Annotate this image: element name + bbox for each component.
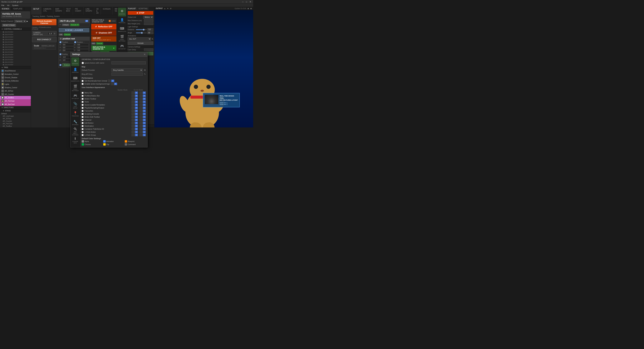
- ui-item-on[interactable]: ●: [135, 125, 138, 127]
- ui-item-checkbox[interactable]: [82, 95, 84, 97]
- collapse-button[interactable]: Collapse: [62, 24, 70, 26]
- anim-spinner[interactable]: ⇅: [152, 38, 153, 40]
- side-icon-gpi-setup[interactable]: 🎮GPI SETUP: [118, 42, 126, 51]
- ui-item-off2[interactable]: ○: [140, 98, 142, 100]
- ui-item-checkbox[interactable]: [82, 131, 84, 133]
- control-item[interactable]: placeholder: [0, 36, 31, 38]
- ui-item-checkbox[interactable]: [82, 113, 84, 115]
- close-button[interactable]: ✕: [249, 1, 252, 3]
- modal-side-icon-gpi-setup[interactable]: 🎮GPI SETUP: [71, 92, 79, 101]
- angle-input[interactable]: [148, 32, 153, 34]
- modal-side-icon-clip-setup[interactable]: 📎CLIP SETUP: [71, 101, 79, 110]
- ui-item-on[interactable]: ●: [135, 104, 138, 106]
- ui-item-off2[interactable]: ○: [140, 94, 142, 97]
- anim-select[interactable]: ALL OUT: [128, 38, 151, 40]
- tab-playlist[interactable]: PLAYLIST: [127, 7, 137, 10]
- bg-logo-on-toggle[interactable]: ●: [114, 83, 117, 85]
- menu-file[interactable]: File: [1, 4, 4, 6]
- bing-api-icon[interactable]: ✎: [144, 73, 146, 75]
- stop-button[interactable]: ■ STOP: [128, 11, 153, 15]
- modal-side-icon-license-info[interactable]: ℹLICENSE INFO: [71, 136, 79, 138]
- position-checkbox[interactable]: [60, 41, 61, 43]
- control-channels-header[interactable]: ▼ CONTROL CHANNELS: [0, 28, 31, 31]
- modal-close-button[interactable]: ✕: [144, 53, 146, 56]
- ui-item-checkbox[interactable]: [82, 107, 84, 109]
- cam-delay-input[interactable]: 3.5: [144, 48, 153, 51]
- ui-item-on2[interactable]: ●: [143, 107, 146, 109]
- tree-item[interactable]: 🔷AreaOfInterest: [0, 69, 31, 72]
- ui-item-checkbox[interactable]: [82, 92, 84, 94]
- tab-setup[interactable]: SETUP: [31, 7, 42, 15]
- ui-item-on[interactable]: ●: [135, 113, 138, 115]
- ui-item-off[interactable]: ○: [132, 134, 134, 136]
- control-item[interactable]: placeholder: [0, 31, 31, 33]
- thumbnail-off-toggle[interactable]: ○: [108, 80, 111, 82]
- max-distance-input[interactable]: 1000.0: [144, 19, 153, 22]
- ui-item-on2[interactable]: ●: [143, 98, 146, 100]
- tab-bar-graph[interactable]: BAR GRAPH: [53, 7, 64, 15]
- stage-child[interactable]: AR_PieChart: [0, 122, 31, 125]
- ui-item-on[interactable]: ●: [135, 131, 138, 133]
- ui-item-off2[interactable]: ○: [140, 122, 142, 124]
- ui-item-checkbox[interactable]: [82, 101, 84, 103]
- tree-item[interactable]: 💡Lights: [0, 82, 31, 86]
- animate-button[interactable]: Animate: [128, 42, 153, 45]
- ui-item-off[interactable]: ○: [132, 107, 134, 109]
- tree-item[interactable]: 🔲Shadow_Control: [0, 86, 31, 89]
- tree-item[interactable]: ◆Ground_Reflection: [0, 79, 31, 82]
- height-spinner[interactable]: ⇅: [54, 32, 55, 35]
- ignore-actors-input[interactable]: bCanBeDamaged: [112, 62, 146, 64]
- ui-item-on2[interactable]: ●: [143, 122, 146, 124]
- ssr-edit-button[interactable]: Edit: [91, 42, 96, 44]
- ui-item-on[interactable]: ●: [135, 122, 138, 124]
- rotation-z-input[interactable]: [77, 49, 88, 52]
- ui-item-off[interactable]: ○: [132, 94, 134, 97]
- update-icon2[interactable]: ◉: [250, 8, 252, 10]
- control-item[interactable]: placeholder: [0, 53, 31, 56]
- tree-header[interactable]: ▼ TREE: [0, 66, 31, 69]
- tab-text-box[interactable]: TEXT BOX: [64, 7, 73, 15]
- rotation-x-input[interactable]: [77, 44, 88, 46]
- tree-item[interactable]: 📊AR_BarChart: [0, 103, 31, 106]
- ui-item-off2[interactable]: ○: [140, 128, 142, 130]
- reflection-off-button[interactable]: ↺ Reflection OFF: [91, 24, 116, 30]
- ui-item-off[interactable]: ○: [132, 100, 134, 103]
- stage-child[interactable]: AR_LineGraph: [0, 115, 31, 118]
- control-item[interactable]: placeholder: [0, 33, 31, 36]
- output-up-icon[interactable]: ▲: [164, 8, 166, 10]
- provider-icon[interactable]: ⊞: [144, 69, 146, 71]
- ui-item-on[interactable]: ●: [135, 128, 138, 130]
- directors-header[interactable]: ▼ DIRECTORS: [0, 106, 31, 109]
- ui-item-checkbox[interactable]: [82, 110, 84, 112]
- bing-api-input[interactable]: [112, 72, 143, 76]
- thumbnail-on-toggle[interactable]: ●: [111, 80, 114, 82]
- ui-item-on2[interactable]: ●: [143, 104, 146, 106]
- ui-item-off[interactable]: ○: [132, 122, 134, 124]
- ui-item-on[interactable]: ●: [135, 92, 138, 94]
- modal-side-icon-3rd-party-systems[interactable]: 🔌3RD PARTY SYSTEMS: [71, 127, 79, 136]
- ui-item-on[interactable]: ●: [135, 94, 138, 97]
- ui-item-checkbox[interactable]: [82, 119, 84, 121]
- ui-item-off2[interactable]: ○: [140, 134, 142, 136]
- ui-item-off[interactable]: ○: [132, 98, 134, 100]
- position-z-input[interactable]: [62, 49, 74, 52]
- control-item[interactable]: placeholder: [0, 51, 31, 53]
- control-item[interactable]: placeholder: [0, 64, 31, 66]
- get-thumbnails-checkbox[interactable]: [82, 80, 84, 82]
- modal-side-icon-general[interactable]: ⚙GENERAL: [71, 57, 79, 66]
- ui-item-on2[interactable]: ●: [143, 128, 146, 130]
- scaling-checkbox[interactable]: [60, 53, 61, 55]
- restore-button[interactable]: □: [245, 1, 248, 3]
- ui-item-off2[interactable]: ○: [140, 113, 142, 115]
- minimize-button[interactable]: ─: [242, 1, 244, 3]
- tab-3d-&-2d[interactable]: 3D & 2D: [94, 7, 101, 15]
- ui-item-checkbox[interactable]: [82, 125, 84, 127]
- scale-z-input[interactable]: [62, 59, 70, 62]
- ui-item-off2[interactable]: ○: [140, 125, 142, 127]
- distance-input[interactable]: [148, 28, 153, 31]
- ui-item-off[interactable]: ○: [132, 119, 134, 121]
- reset-stage-button[interactable]: RESET STAGE: [2, 24, 16, 27]
- ui-item-off[interactable]: ○: [132, 92, 134, 94]
- ui-item-on2[interactable]: ●: [143, 92, 146, 94]
- tab-immersive-vertical[interactable]: IMMERSIVE VERTICAL: [113, 7, 117, 15]
